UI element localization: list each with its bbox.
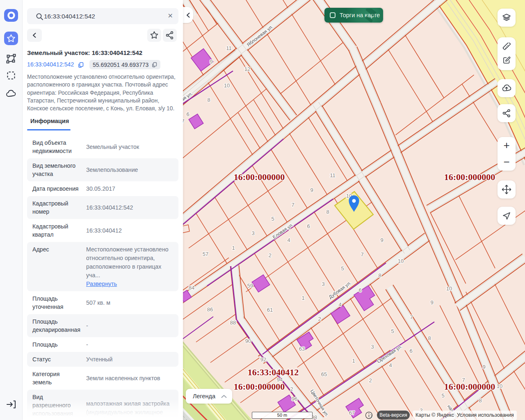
svg-text:8: 8 (207, 97, 210, 103)
svg-text:3: 3 (251, 230, 254, 236)
svg-text:84: 84 (189, 285, 194, 291)
svg-text:16:00:000000: 16:00:000000 (234, 381, 285, 392)
svg-text:2: 2 (290, 386, 293, 392)
svg-text:4: 4 (338, 301, 341, 308)
svg-text:3: 3 (371, 344, 374, 350)
svg-text:10: 10 (497, 383, 502, 389)
svg-text:92: 92 (260, 356, 266, 363)
svg-text:2: 2 (268, 252, 271, 258)
svg-text:16:00:000000: 16:00:000000 (234, 172, 285, 182)
svg-text:4: 4 (287, 237, 290, 243)
svg-text:7: 7 (410, 314, 413, 320)
svg-text:9: 9 (482, 364, 485, 370)
svg-text:7: 7 (183, 118, 185, 124)
svg-text:2: 2 (369, 377, 372, 383)
svg-text:6: 6 (186, 111, 189, 117)
svg-text:8: 8 (326, 209, 329, 215)
svg-text:16:00:000000: 16:00:000000 (444, 381, 495, 392)
svg-text:90: 90 (245, 338, 251, 344)
svg-text:9: 9 (310, 187, 313, 193)
svg-text:7: 7 (361, 251, 363, 258)
svg-text:5: 5 (441, 393, 444, 399)
svg-text:5: 5 (271, 216, 274, 222)
svg-text:1: 1 (232, 245, 235, 251)
svg-text:10: 10 (398, 258, 404, 264)
svg-text:12: 12 (244, 66, 250, 72)
svg-text:61: 61 (267, 307, 273, 313)
svg-text:7: 7 (291, 202, 294, 208)
svg-text:10: 10 (446, 285, 452, 292)
svg-text:9: 9 (210, 59, 212, 65)
svg-text:16:33:040412: 16:33:040412 (248, 367, 299, 377)
svg-text:59: 59 (247, 283, 253, 289)
svg-text:1: 1 (352, 358, 355, 364)
svg-text:9: 9 (430, 299, 433, 306)
svg-text:3: 3 (322, 281, 324, 287)
svg-text:5: 5 (391, 328, 394, 334)
svg-text:1: 1 (301, 295, 304, 301)
svg-text:7: 7 (462, 377, 465, 383)
svg-text:94: 94 (277, 377, 283, 383)
svg-text:6: 6 (307, 223, 310, 229)
svg-text:5: 5 (341, 265, 344, 272)
svg-text:11: 11 (330, 172, 336, 178)
svg-text:65: 65 (321, 371, 327, 377)
svg-text:16:00:000000: 16:00:000000 (444, 172, 495, 182)
svg-text:67: 67 (349, 410, 355, 416)
svg-text:4: 4 (389, 362, 392, 368)
svg-text:63: 63 (299, 346, 305, 352)
svg-text:11: 11 (226, 45, 232, 51)
svg-text:88: 88 (230, 320, 236, 326)
svg-text:8: 8 (428, 335, 431, 341)
svg-text:2: 2 (318, 316, 321, 322)
svg-text:8: 8 (378, 272, 381, 278)
svg-text:6: 6 (409, 348, 412, 354)
svg-text:57: 57 (203, 251, 208, 257)
svg-text:86: 86 (207, 306, 213, 313)
svg-text:10: 10 (224, 82, 230, 89)
svg-text:6: 6 (358, 287, 361, 293)
svg-text:96: 96 (292, 396, 297, 402)
svg-text:8: 8 (479, 397, 482, 404)
svg-text:9: 9 (380, 237, 383, 243)
